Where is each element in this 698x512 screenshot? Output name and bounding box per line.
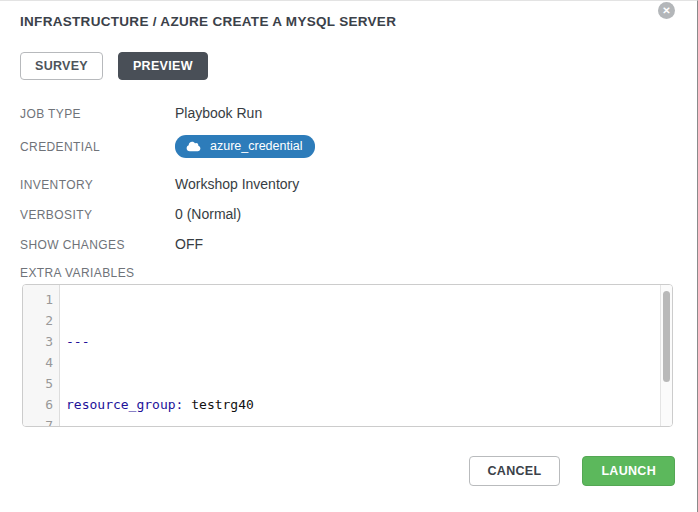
code-line: ---	[66, 331, 664, 352]
inventory-label: INVENTORY	[20, 178, 175, 192]
credential-row: CREDENTIAL azure_credential	[20, 135, 677, 158]
credential-label: CREDENTIAL	[20, 140, 175, 154]
editor-line-number-gutter: 1 2 3 4 5 6 7	[23, 285, 60, 426]
cancel-button[interactable]: CANCEL	[469, 456, 561, 486]
close-icon[interactable]: ✕	[658, 2, 675, 19]
job-type-label: JOB TYPE	[20, 107, 175, 121]
verbosity-value: 0 (Normal)	[175, 206, 241, 222]
modal-header: INFRASTRUCTURE / AZURE CREATE A MYSQL SE…	[20, 1, 677, 29]
line-number: 2	[23, 310, 53, 331]
editor-code-area[interactable]: --- resource_group: testrg40 location: e…	[60, 285, 672, 426]
tab-survey[interactable]: SURVEY	[20, 52, 103, 80]
modal-footer: CANCEL LAUNCH	[469, 456, 675, 486]
line-number: 4	[23, 352, 53, 373]
job-details: JOB TYPE Playbook Run CREDENTIAL azure_c…	[20, 105, 677, 252]
tab-preview[interactable]: PREVIEW	[118, 52, 208, 80]
verbosity-label: VERBOSITY	[20, 208, 175, 222]
close-x-glyph: ✕	[662, 6, 670, 16]
code-line: resource_group: testrg40	[66, 394, 664, 415]
extra-variables-label: EXTRA VARIABLES	[20, 266, 677, 280]
extra-variables-editor[interactable]: 1 2 3 4 5 6 7 --- resource_group: testrg…	[22, 284, 673, 427]
line-number: 5	[23, 373, 53, 394]
credential-badge[interactable]: azure_credential	[175, 135, 315, 158]
job-type-value: Playbook Run	[175, 105, 262, 121]
line-number: 3	[23, 331, 53, 352]
show-changes-row: SHOW CHANGES OFF	[20, 236, 677, 252]
line-number: 1	[23, 289, 53, 310]
page-title: INFRASTRUCTURE / AZURE CREATE A MYSQL SE…	[20, 14, 677, 29]
credential-badge-label: azure_credential	[210, 139, 302, 153]
show-changes-label: SHOW CHANGES	[20, 238, 175, 252]
inventory-row: INVENTORY Workshop Inventory	[20, 176, 677, 192]
cloud-icon	[186, 141, 201, 152]
show-changes-value: OFF	[175, 236, 203, 252]
launch-button[interactable]: LAUNCH	[582, 456, 675, 486]
line-number: 6	[23, 394, 53, 415]
inventory-value: Workshop Inventory	[175, 176, 299, 192]
editor-scrollbar-track[interactable]	[660, 285, 672, 426]
line-number: 7	[23, 415, 53, 427]
job-launch-preview-modal: INFRASTRUCTURE / AZURE CREATE A MYSQL SE…	[0, 1, 697, 427]
tab-bar: SURVEY PREVIEW	[20, 52, 677, 80]
verbosity-row: VERBOSITY 0 (Normal)	[20, 206, 677, 222]
editor-scrollbar-thumb[interactable]	[663, 291, 670, 382]
job-type-row: JOB TYPE Playbook Run	[20, 105, 677, 121]
